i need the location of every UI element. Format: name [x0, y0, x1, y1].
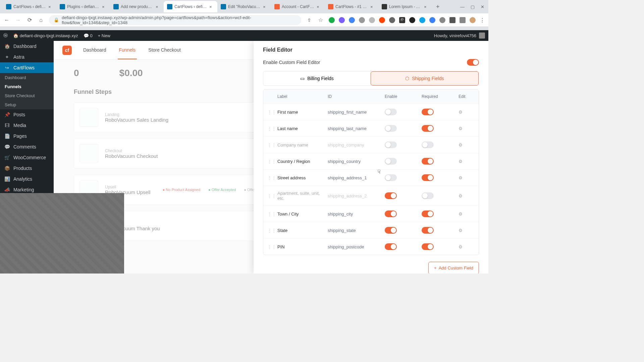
billing-fields-tab[interactable]: ▭ Billing Fields: [263, 71, 371, 85]
comments-count[interactable]: 💬 0: [84, 33, 93, 38]
gear-icon[interactable]: ⚙: [459, 193, 479, 198]
required-toggle[interactable]: [422, 125, 434, 132]
gear-icon[interactable]: ⚙: [459, 110, 479, 115]
howdy[interactable]: Howdy, vinirefovi4756: [434, 33, 485, 39]
required-toggle[interactable]: [422, 210, 434, 217]
required-toggle[interactable]: [422, 141, 434, 148]
new-button[interactable]: + New: [98, 33, 110, 38]
required-toggle[interactable]: [422, 158, 434, 165]
close-tab-icon[interactable]: ×: [263, 4, 268, 9]
browser-tab[interactable]: Add new product ‹ defi×: [110, 1, 164, 12]
close-window-icon[interactable]: ✕: [481, 4, 484, 9]
enable-toggle[interactable]: [385, 158, 397, 165]
close-tab-icon[interactable]: ×: [48, 4, 53, 9]
avatar-icon[interactable]: [470, 17, 476, 23]
close-tab-icon[interactable]: ×: [370, 4, 375, 9]
sidebar-item[interactable]: ↪CartFlows: [0, 62, 54, 73]
browser-tab[interactable]: CartFlows - #1 Sales Fun×: [325, 1, 378, 12]
gear-icon[interactable]: ⚙: [459, 175, 479, 180]
required-toggle[interactable]: [422, 243, 434, 250]
required-toggle[interactable]: [422, 174, 434, 181]
browser-tab[interactable]: Plugins ‹ defiant-dingo×: [56, 1, 110, 12]
enable-toggle[interactable]: [385, 109, 397, 115]
sidebar-item[interactable]: 📄Pages: [0, 131, 54, 141]
sidebar-item[interactable]: Store Checkout: [0, 91, 54, 100]
gear-icon[interactable]: ⚙: [459, 212, 479, 217]
close-tab-icon[interactable]: ×: [102, 4, 107, 9]
url-input[interactable]: 🔒 defiant-dingo-tjxgt.instawp.xyz/wp-adm…: [49, 15, 301, 25]
drag-handle-icon[interactable]: ⋮⋮: [267, 212, 277, 217]
reload-button[interactable]: ⟳: [26, 17, 33, 23]
cf-nav-tab[interactable]: Dashboard: [82, 41, 108, 59]
cf-nav-tab[interactable]: Funnels: [118, 41, 137, 59]
browser-tab[interactable]: CartFlows ‹ defiant-ding×: [3, 1, 56, 12]
sidebar-item[interactable]: 🏠Dashboard: [0, 41, 54, 52]
ext-icon[interactable]: [429, 17, 435, 23]
browser-tab[interactable]: Account - CartFlows×: [271, 1, 325, 12]
close-tab-icon[interactable]: ×: [317, 4, 321, 9]
drag-handle-icon[interactable]: ⋮⋮: [267, 175, 277, 180]
sidebar-item[interactable]: Setup: [0, 100, 54, 109]
home-button[interactable]: ⌂: [38, 17, 44, 23]
enable-toggle[interactable]: [385, 125, 397, 132]
sidebar-item[interactable]: 📌Posts: [0, 109, 54, 120]
browser-tab[interactable]: Lorem Ipsum - All the fa×: [378, 1, 432, 12]
ext-icon[interactable]: [349, 17, 355, 23]
shipping-fields-tab[interactable]: ⬡ Shipping Fields: [371, 71, 479, 85]
ext-icon[interactable]: [339, 17, 345, 23]
ext-icon[interactable]: [439, 17, 445, 23]
enable-toggle[interactable]: [385, 243, 397, 250]
drag-handle-icon[interactable]: ⋮⋮: [267, 126, 277, 131]
sidebar-item[interactable]: Dashboard: [0, 73, 54, 82]
enable-toggle[interactable]: [385, 141, 397, 148]
ext-icon[interactable]: [379, 17, 385, 23]
cf-nav-tab[interactable]: Store Checkout: [147, 41, 182, 59]
sidebar-item[interactable]: 🎞Media: [0, 120, 54, 131]
drag-handle-icon[interactable]: ⋮⋮: [267, 159, 277, 164]
ext-icon[interactable]: [409, 17, 415, 23]
puzzle-icon[interactable]: [449, 17, 455, 23]
maximize-icon[interactable]: ▢: [471, 4, 475, 9]
gear-icon[interactable]: ⚙: [459, 142, 479, 147]
enable-toggle[interactable]: [385, 227, 397, 234]
gear-icon[interactable]: ⚙: [459, 159, 479, 164]
enable-toggle[interactable]: [385, 174, 397, 181]
sidebar-item[interactable]: Funnels: [0, 82, 54, 91]
ext-icon[interactable]: [359, 17, 365, 23]
browser-tab[interactable]: Edit "RoboVacuum Che×: [217, 1, 271, 12]
gear-icon[interactable]: ⚙: [459, 126, 479, 131]
required-toggle[interactable]: [422, 109, 434, 115]
browser-tab[interactable]: CartFlows ‹ defiant-ding×: [164, 1, 217, 12]
drag-handle-icon[interactable]: ⋮⋮: [267, 228, 277, 233]
drag-handle-icon[interactable]: ⋮⋮: [267, 142, 277, 147]
cartflows-logo[interactable]: cf: [62, 46, 72, 55]
kebab-icon[interactable]: ⋮: [480, 17, 485, 23]
sidebar-item[interactable]: 🛒WooCommerce: [0, 152, 54, 163]
ext-icon[interactable]: [369, 17, 375, 23]
sidebar-item[interactable]: 📊Analytics: [0, 174, 54, 184]
minimize-icon[interactable]: —: [460, 4, 465, 9]
forward-button[interactable]: →: [15, 17, 21, 23]
required-toggle[interactable]: [422, 227, 434, 234]
site-name[interactable]: 🏠 defiant-dingo-tjxgt.instawp.xyz: [13, 33, 78, 38]
gear-icon[interactable]: ⚙: [459, 244, 479, 249]
add-custom-field-button[interactable]: + Add Custom Field: [428, 262, 479, 274]
star-icon[interactable]: ☆: [317, 17, 324, 23]
back-button[interactable]: ←: [3, 17, 10, 23]
sidebar-item[interactable]: 💬Comments: [0, 141, 54, 152]
drag-handle-icon[interactable]: ⋮⋮: [267, 110, 277, 115]
required-toggle[interactable]: [422, 192, 434, 199]
share-icon[interactable]: ⇪: [306, 17, 313, 23]
sidebar-item[interactable]: ✦Astra: [0, 52, 54, 62]
enable-toggle[interactable]: [385, 192, 397, 199]
ext-icon[interactable]: f?: [399, 17, 405, 23]
ext-icon[interactable]: [419, 17, 425, 23]
close-tab-icon[interactable]: ×: [424, 4, 429, 9]
enable-toggle[interactable]: [385, 210, 397, 217]
wp-logo-icon[interactable]: ⓦ: [3, 33, 8, 39]
new-tab-button[interactable]: +: [432, 3, 444, 10]
ext-icon[interactable]: [329, 17, 335, 23]
sidepanel-icon[interactable]: [460, 17, 466, 23]
sidebar-item[interactable]: 📦Products: [0, 163, 54, 174]
gear-icon[interactable]: ⚙: [459, 228, 479, 233]
